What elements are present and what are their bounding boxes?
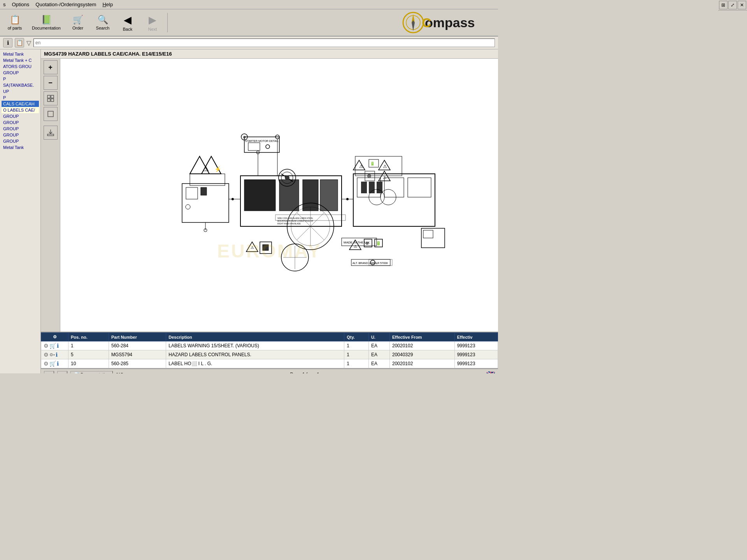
svg-text:⊗: ⊗	[367, 173, 372, 179]
row-info-icon[interactable]: ℹ	[56, 352, 58, 358]
table-row: ⚙ 🛒 ℹ 10 560-285 LABEL HO⬜ I L . G. 1 EA…	[41, 359, 498, 368]
sidebar-item-group4[interactable]: GROUP	[2, 126, 39, 132]
documentation-button[interactable]: 📗 Documentation	[28, 13, 65, 32]
menu-options[interactable]: Options	[12, 2, 30, 7]
svg-rect-25	[369, 182, 375, 193]
sidebar-item-ators-group[interactable]: ATORS GROU	[2, 63, 39, 70]
sidebar-item-metal-tank-c[interactable]: Metal Tank + C	[2, 57, 39, 63]
menubar: s Options Quotation-/Orderingsystem Help	[0, 0, 498, 9]
row-gear-icon[interactable]: ⚙	[44, 343, 49, 349]
search-input[interactable]	[33, 38, 495, 47]
sidebar-item-p[interactable]: P	[2, 76, 39, 82]
col-header-actions: ⚙	[41, 333, 68, 341]
sidebar-item-up[interactable]: UP	[2, 88, 39, 94]
sidebar-item-metal-tank[interactable]: Metal Tank	[2, 51, 39, 57]
menu-ordering[interactable]: Quotation-/Orderingsystem	[35, 2, 96, 7]
row-cart-icon[interactable]: 🛒	[49, 343, 56, 349]
filter-icon: ▽	[26, 39, 31, 47]
list-icon: 📋	[10, 15, 20, 25]
col-header-effective-to: Effectiv	[454, 333, 498, 341]
next-label: Next	[148, 27, 157, 32]
menu-s[interactable]: s	[3, 2, 6, 7]
technical-diagram: SIDE COOL FAN BLADE LUBRICATION. MOUNTED…	[104, 114, 454, 277]
diagram-area: + −	[41, 59, 498, 332]
row-3-eff-to: 9999123	[454, 359, 498, 368]
svg-rect-15	[201, 187, 207, 195]
svg-text:LR 57008: LR 57008	[376, 262, 388, 264]
sidebar-item-group3[interactable]: GROUP	[2, 119, 39, 126]
svg-point-58	[231, 198, 234, 200]
svg-rect-51	[248, 143, 260, 150]
info-button[interactable]: ℹ	[3, 38, 12, 47]
svg-rect-24	[361, 182, 367, 193]
list-label: of parts	[8, 26, 22, 30]
order-button[interactable]: 🛒 Order	[66, 13, 89, 32]
svg-text:C: C	[422, 15, 431, 30]
svg-rect-28	[408, 178, 431, 197]
sidebar-item-group6[interactable]: GROUP	[2, 138, 39, 144]
nav-back-button[interactable]: ◀	[44, 371, 54, 374]
svg-point-60	[346, 198, 349, 200]
sidebar-item-sa-tankbase[interactable]: SA)TANKBASE.	[2, 82, 39, 88]
zoom-in-button[interactable]: +	[44, 60, 58, 74]
row-subpart-icon[interactable]: ⚙•	[49, 352, 55, 357]
sidebar-item-p2[interactable]: P	[2, 94, 39, 101]
list-of-parts-button[interactable]: 📋 of parts	[3, 13, 26, 32]
menu-help[interactable]: Help	[102, 2, 113, 7]
next-button[interactable]: ▶ Next	[141, 12, 164, 33]
logo-svg: ompass C	[402, 11, 495, 34]
svg-text:🔋: 🔋	[370, 161, 375, 166]
svg-rect-98	[423, 230, 433, 238]
svg-rect-8	[47, 99, 50, 102]
back-label: Back	[123, 27, 132, 32]
row-2-eff-from: 20040329	[389, 350, 454, 359]
sidebar-item-metal-tank2[interactable]: Metal Tank	[2, 144, 39, 150]
sidebar-item-group[interactable]: GROUP	[2, 70, 39, 76]
back-button[interactable]: ◀ Back	[116, 12, 139, 33]
svg-rect-7	[51, 95, 54, 98]
toolbar: 📋 of parts 📗 Documentation 🛒 Order 🔍 Sea…	[0, 9, 498, 37]
copy-button[interactable]: 📋	[15, 38, 24, 47]
sidebar-item-group2[interactable]: GROUP	[2, 113, 39, 119]
table-row: ⚙ 🛒 ℹ 1 560-284 LABELS WARNING 15/SHEET.…	[41, 341, 498, 350]
svg-rect-49	[244, 137, 279, 152]
col-header-pos: Pos. no.	[68, 333, 109, 341]
zoom-out-button[interactable]: −	[44, 76, 58, 90]
page-info: Page 1 from 1	[126, 372, 483, 373]
fit-all-button[interactable]	[44, 91, 58, 105]
sidebar-item-o-labels[interactable]: O LABELS CAE/	[2, 107, 39, 113]
sidebar-item-group5[interactable]: GROUP	[2, 132, 39, 138]
documentation-bottom-button[interactable]: 📄 Documentation	[70, 371, 113, 374]
col-header-description: Description	[166, 333, 344, 341]
diagram-svg-container[interactable]: SIDE COOL FAN BLADE LUBRICATION. MOUNTED…	[60, 59, 498, 332]
zoom-controls: + −	[41, 59, 60, 332]
row-2-actions: ⚙ ⚙• ℹ	[41, 350, 68, 359]
col-header-effective-from: Effective From	[389, 333, 454, 341]
export-button[interactable]	[44, 126, 58, 140]
svg-point-92	[285, 175, 289, 180]
row-info-icon[interactable]: ℹ	[57, 360, 59, 367]
svg-rect-21	[320, 180, 338, 211]
main-layout: Metal Tank Metal Tank + C ATORS GROU GRO…	[0, 49, 498, 373]
row-3-qty: 1	[344, 359, 369, 368]
fit-one-button[interactable]	[44, 107, 58, 121]
book-icon: 📗	[41, 15, 52, 25]
svg-text:RIGHT HAND FAN BLADE: RIGHT HAND FAN BLADE	[277, 222, 301, 225]
row-gear-icon[interactable]: ⚙	[44, 360, 49, 367]
bottom-bar: ◀ ▶ 📄 Documentation 015 Page 1 from 1 🇬🇧	[41, 368, 498, 373]
content-area: MGS4739 HAZARD LABELS CAE/CAHA. E14/E15/…	[41, 49, 498, 373]
row-gear-icon[interactable]: ⚙	[44, 352, 49, 358]
flag-icon: 🇬🇧	[486, 370, 495, 373]
row-info-icon[interactable]: ℹ	[57, 343, 59, 349]
svg-text:⚠: ⚠	[251, 245, 254, 250]
svg-text:⚠: ⚠	[354, 244, 357, 248]
svg-text:⚠: ⚠	[383, 164, 387, 169]
svg-rect-11	[47, 134, 54, 136]
search-button[interactable]: 🔍 Search	[91, 13, 114, 32]
sidebar-item-cals[interactable]: CALS CAE/CAH	[2, 101, 39, 107]
svg-rect-10	[48, 111, 53, 117]
documentation-label: Documentation	[32, 26, 61, 30]
page-number: 015	[116, 372, 123, 373]
row-cart-icon[interactable]: 🛒	[49, 360, 56, 367]
nav-forward-button[interactable]: ▶	[57, 371, 67, 374]
